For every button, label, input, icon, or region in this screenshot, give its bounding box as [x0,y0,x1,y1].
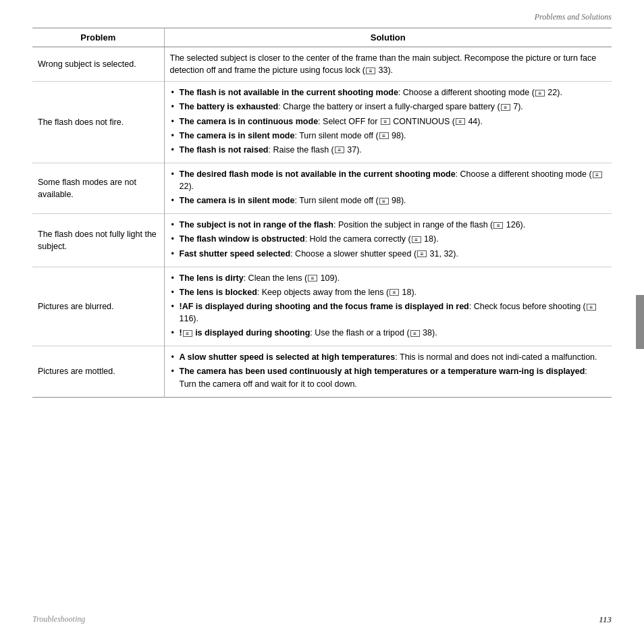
table-row: Pictures are blurred.The lens is dirty: … [32,267,612,346]
page-number: 113 [599,614,612,625]
solution-cell: The subject is not in range of the flash… [164,214,612,267]
list-item: The subject is not in range of the flash… [170,219,607,231]
problems-solutions-table: Problem Solution Wrong subject is select… [32,28,612,398]
solution-cell: A slow shutter speed is selected at high… [164,346,612,397]
page-header: Problems and Solutions [0,0,644,28]
table-row: The flash does not fire.The flash is not… [32,82,612,163]
list-item: The flash window is obstructed: Hold the… [170,233,607,245]
table-row: Wrong subject is selected.The selected s… [32,47,612,82]
list-item: The flash is not raised: Raise the flash… [170,144,607,156]
list-item: !≡ is displayed during shooting: Use the… [170,327,607,339]
problem-cell: The flash does not fire. [32,82,164,163]
table-row: Some flash modes are not available.The d… [32,163,612,213]
solution-cell: The selected subject is closer to the ce… [164,47,612,82]
problem-cell: Wrong subject is selected. [32,47,164,82]
solution-cell: The lens is dirty: Clean the lens (≡ 109… [164,267,612,346]
list-item: !AF is displayed during shooting and the… [170,300,607,325]
list-item: The flash is not available in the curren… [170,86,607,99]
problem-cell: The flash does not fully light the subje… [32,214,164,267]
list-item: The lens is blocked: Keep objects away f… [170,286,607,298]
list-item: Fast shutter speed selected: Choose a sl… [170,248,607,260]
table-row: The flash does not fully light the subje… [32,214,612,267]
list-item: The lens is dirty: Clean the lens (≡ 109… [170,272,607,284]
solution-cell: The desired flash mode is not available … [164,163,612,213]
col-header-solution: Solution [164,28,612,47]
list-item: The camera has been used continuously at… [170,365,607,390]
list-item: The camera is in silent mode: Turn silen… [170,130,607,142]
col-header-problem: Problem [32,28,164,47]
list-item: The battery is exhausted: Charge the bat… [170,101,607,113]
list-item: The camera is in continuous mode: Select… [170,115,607,128]
footer-section: Troubleshooting [32,614,85,625]
list-item: The desired flash mode is not available … [170,168,607,192]
table-row: Pictures are mottled.A slow shutter spee… [32,346,612,397]
sidebar-tab [636,295,644,349]
problem-cell: Some flash modes are not available. [32,163,164,213]
header-title: Problems and Solutions [535,12,612,22]
page-footer: Troubleshooting 113 [0,614,644,625]
problem-cell: Pictures are mottled. [32,346,164,397]
list-item: A slow shutter speed is selected at high… [170,351,607,363]
solution-cell: The flash is not available in the curren… [164,82,612,163]
problem-cell: Pictures are blurred. [32,267,164,346]
list-item: The camera is in silent mode: Turn silen… [170,194,607,207]
main-content: Problem Solution Wrong subject is select… [0,28,644,398]
